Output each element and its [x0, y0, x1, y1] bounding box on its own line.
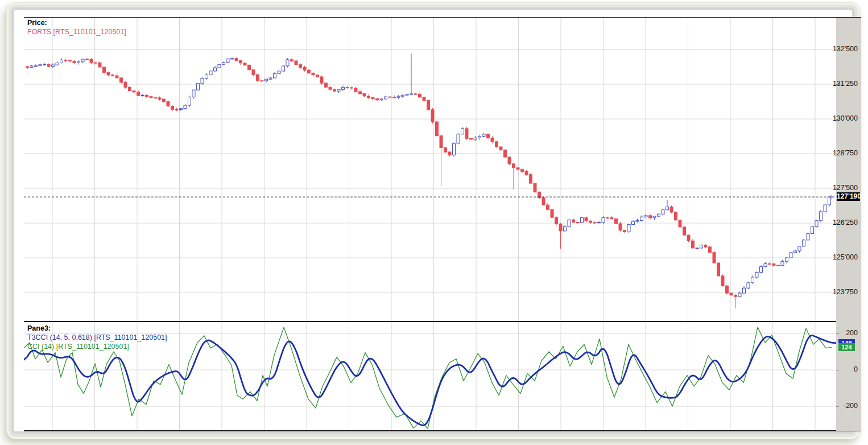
- price-axis-tick-label: 130'000: [833, 114, 858, 122]
- value-axis[interactable]: 132'500131'250130'000128'750127'500126'2…: [836, 18, 861, 431]
- price-axis-tick-label: 132'500: [833, 45, 858, 53]
- cci-series-label: CCI (14) [RTS_110101_120501]: [27, 343, 129, 351]
- axis-tick-mark: [836, 154, 839, 154]
- price-series-label: FORTS [RTS_110101_120501]: [27, 28, 126, 36]
- pane-separator[interactable]: [24, 321, 861, 322]
- chart-window: Price: FORTS [RTS_110101_120501] Pane3: …: [7, 3, 859, 439]
- price-axis-tick-label: 123'750: [833, 288, 858, 296]
- price-axis-tick-label: 128'750: [833, 149, 858, 157]
- indicator-axis-tick-label: 0: [854, 365, 858, 373]
- cci-value-box: 124: [838, 343, 855, 351]
- last-price-box: 127'190: [837, 192, 860, 201]
- axis-tick-mark: [836, 406, 839, 407]
- axis-tick-mark: [836, 188, 839, 189]
- price-pane-title: Price:: [27, 19, 47, 27]
- price-chart-canvas[interactable]: [24, 17, 836, 431]
- axis-tick-mark: [836, 292, 839, 293]
- pane-bottom-border: [24, 430, 861, 431]
- price-axis-tick-label: 131'250: [833, 80, 858, 88]
- indicator-axis-tick-label: -200: [844, 402, 858, 410]
- axis-tick-mark: [836, 258, 839, 258]
- axis-tick-mark: [836, 50, 839, 50]
- axis-tick-mark: [836, 333, 839, 334]
- axis-tick-mark: [836, 370, 839, 370]
- price-axis-tick-label: 125'000: [833, 253, 858, 261]
- pane-top-border: [24, 17, 861, 18]
- price-axis-tick-label: 126'250: [833, 219, 858, 226]
- axis-tick-mark: [836, 84, 839, 85]
- indicator-pane-title: Pane3:: [27, 324, 51, 332]
- indicator-axis-tick-label: 200: [846, 329, 858, 337]
- t3cci-series-label: T3CCI (14, 5, 0,618) [RTS_110101_120501]: [27, 333, 167, 341]
- axis-tick-mark: [836, 119, 839, 120]
- axis-tick-mark: [836, 223, 839, 224]
- price-axis-tick-label: 127'500: [833, 184, 858, 192]
